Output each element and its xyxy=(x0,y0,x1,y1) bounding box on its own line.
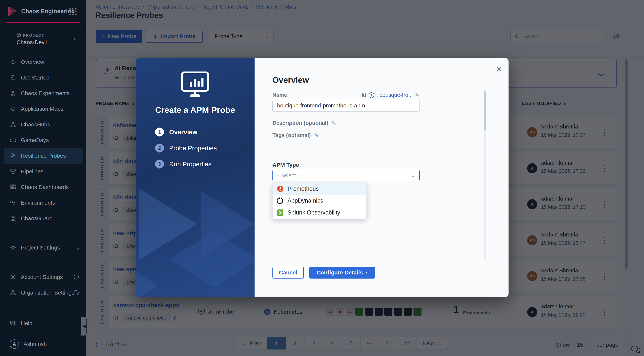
modal-left-panel: Create a APM Probe 1 Overview 2 Probe Pr… xyxy=(136,58,254,297)
sidebar-item-label: Help xyxy=(21,320,32,326)
apm-monitor-icon xyxy=(179,70,211,98)
modal-title: Create a APM Probe xyxy=(136,105,254,115)
create-probe-modal: Create a APM Probe 1 Overview 2 Probe Pr… xyxy=(136,58,508,297)
get-started-icon xyxy=(10,74,16,81)
sidebar-item-application-maps[interactable]: Application Maps xyxy=(0,101,86,117)
sidebar-divider xyxy=(6,263,80,263)
wizard-step-run-properties[interactable]: 3 Run Properties xyxy=(155,160,212,168)
sidebar-item-label: Environments xyxy=(21,200,55,206)
option-splunk-observability[interactable]: Splunk Observability xyxy=(272,207,366,219)
tags-label: Tags (optional) xyxy=(272,132,311,138)
sidebar-item-chaosguard[interactable]: ChaosGuard xyxy=(0,211,86,226)
sidebar-item-label: Chaos Dashboards xyxy=(21,184,69,190)
modal-footer-divider xyxy=(254,262,508,262)
sidebar-item-label: ChaosGuard xyxy=(21,215,52,222)
option-appdynamics[interactable]: AppDynamics xyxy=(272,195,366,207)
sidebar-item-chaoshubs[interactable]: ChaosHubs xyxy=(0,117,86,132)
close-icon[interactable]: ✕ xyxy=(496,66,502,73)
sidebar-item-label: Application Maps xyxy=(21,106,63,112)
flask-icon xyxy=(10,90,16,96)
sidebar-item-label: Resilience Probes xyxy=(21,153,66,159)
sidebar-item-label: Pipelines xyxy=(21,168,44,175)
project-selector[interactable]: PROJECT Chaos-Dev1 › xyxy=(6,29,81,48)
wizard-step-probe-properties[interactable]: 2 Probe Properties xyxy=(155,144,217,152)
chevron-right-icon: › xyxy=(77,244,79,251)
sidebar: Chaos Engineering PROJECT Chaos-Dev1 › O… xyxy=(0,0,86,356)
apm-type-select[interactable]: - Select - ⌄ xyxy=(272,170,420,181)
pipeline-icon xyxy=(10,168,16,175)
sidebar-item-label: Project Settings xyxy=(21,245,60,251)
dashboard-icon xyxy=(10,184,16,190)
sidebar-item-overview[interactable]: Overview xyxy=(0,54,86,70)
apm-type-label: APM Type xyxy=(272,162,299,168)
overview-heading: Overview xyxy=(272,75,309,85)
probe-name-input[interactable] xyxy=(272,100,420,111)
modal-content: ✕ Overview Name Id i : boutique-fro... ✎… xyxy=(254,58,508,297)
sidebar-item-get-started[interactable]: Get Started xyxy=(0,70,86,85)
appdynamics-icon xyxy=(277,197,284,204)
id-label: Id xyxy=(362,92,366,98)
user-name: Ashutosh xyxy=(24,341,47,347)
cube-icon xyxy=(16,33,21,38)
cancel-button[interactable]: Cancel xyxy=(272,267,304,279)
edit-tags-icon[interactable]: ✎ xyxy=(314,132,319,138)
help-chat-icon: ? xyxy=(10,320,16,326)
sidebar-item-user[interactable]: A Ashutosh xyxy=(0,336,86,352)
lock-icon xyxy=(10,215,16,222)
configure-details-button[interactable]: Configure Details › xyxy=(309,267,375,279)
chevron-right-icon: › xyxy=(74,35,76,42)
sidebar-item-label: Chaos Experiments xyxy=(21,90,70,96)
sidebar-item-environments[interactable]: Environments xyxy=(0,195,86,211)
hexagons-icon xyxy=(10,200,16,206)
sidebar-item-label: Organization Settings xyxy=(21,290,74,296)
gear-icon xyxy=(10,245,16,251)
project-name: Chaos-Dev1 xyxy=(16,39,48,45)
info-icon xyxy=(73,290,79,296)
option-prometheus[interactable]: Prometheus xyxy=(272,183,366,195)
app-switcher-icon[interactable] xyxy=(69,8,77,16)
splunk-icon xyxy=(277,209,284,216)
sidebar-item-chaos-experiments[interactable]: Chaos Experiments xyxy=(0,85,86,101)
sidebar-item-label: Get Started xyxy=(21,74,50,81)
app-logo-icon xyxy=(7,6,17,17)
form-scrollbar-thumb[interactable] xyxy=(484,91,486,130)
sidebar-item-account-settings[interactable]: Account Settings xyxy=(0,269,86,285)
description-label: Description (optional) xyxy=(272,120,328,126)
layers-gear-icon xyxy=(10,274,16,280)
sidebar-item-project-settings[interactable]: Project Settings › xyxy=(0,240,86,256)
user-avatar: A xyxy=(10,340,19,349)
sidebar-item-chaos-dashboards[interactable]: Chaos Dashboards xyxy=(0,179,86,195)
sidebar-item-label: Overview xyxy=(21,59,44,65)
org-gear-icon xyxy=(10,290,16,296)
project-label: PROJECT xyxy=(23,33,44,38)
info-icon xyxy=(73,274,79,280)
gamepad-icon xyxy=(10,137,16,143)
prometheus-icon xyxy=(277,185,284,192)
brand-divider xyxy=(6,22,80,23)
sidebar-divider xyxy=(6,234,80,234)
chevron-right-icon: › xyxy=(366,269,368,276)
name-label: Name xyxy=(272,92,287,98)
form-divider xyxy=(272,147,420,147)
info-icon[interactable]: i xyxy=(368,92,374,98)
app-title: Chaos Engineering xyxy=(21,8,75,15)
sidebar-item-label: Account Settings xyxy=(21,274,63,280)
sidebar-item-label: ChaosHubs xyxy=(21,121,50,128)
home-icon xyxy=(10,59,16,65)
apm-type-dropdown: Prometheus AppDynamics Splunk Observabil… xyxy=(272,183,366,219)
edit-description-icon[interactable]: ✎ xyxy=(332,120,336,126)
sidebar-item-resilience-probes[interactable]: Resilience Probes xyxy=(4,148,83,164)
sidebar-item-pipelines[interactable]: Pipelines xyxy=(0,164,86,179)
edit-id-icon[interactable]: ✎ xyxy=(415,92,420,98)
probe-id-value[interactable]: : boutique-fro... xyxy=(376,92,413,98)
network-icon xyxy=(10,121,16,128)
sidebar-item-label: GameDays xyxy=(21,137,49,143)
sidebar-collapse-handle[interactable]: ◀ xyxy=(81,317,87,336)
watermark-graphic xyxy=(136,166,254,297)
sidebar-item-organization-settings[interactable]: Organization Settings xyxy=(0,285,86,301)
wizard-step-overview[interactable]: 1 Overview xyxy=(155,128,197,136)
svg-text:?: ? xyxy=(12,321,13,324)
sidebar-item-gamedays[interactable]: GameDays xyxy=(0,132,86,148)
chevron-down-icon: ⌄ xyxy=(411,173,415,178)
sidebar-item-help[interactable]: ? Help xyxy=(0,316,86,331)
